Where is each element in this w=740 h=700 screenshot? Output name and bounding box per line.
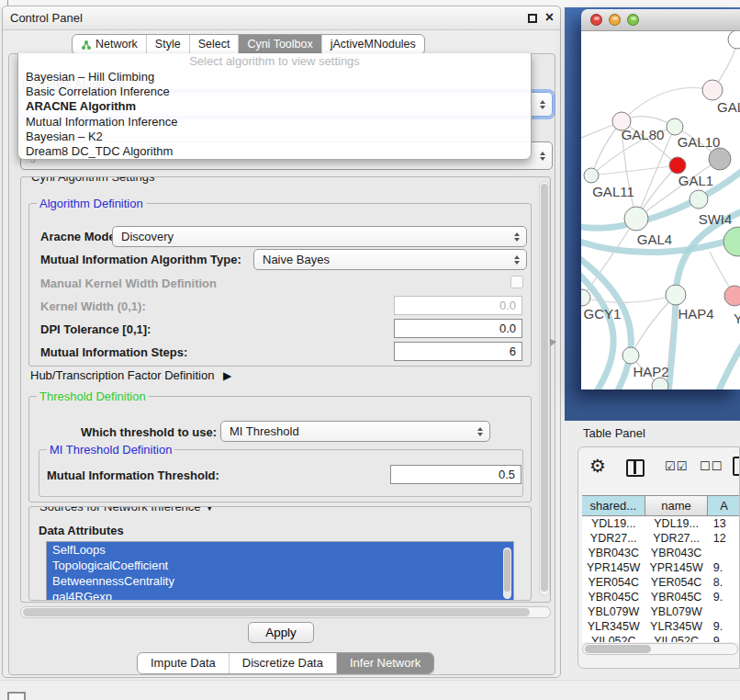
network-node[interactable]	[709, 148, 731, 170]
collapse-icon[interactable]: ▼	[204, 506, 215, 514]
algorithm-option[interactable]: Bayesian – K2	[18, 130, 531, 144]
tab-discretize-data[interactable]: Discretize Data	[229, 653, 336, 673]
which-threshold-combobox[interactable]: MI Threshold	[220, 421, 490, 442]
network-edge[interactable]	[631, 295, 676, 356]
scrollbar-thumb[interactable]	[23, 608, 530, 616]
network-node[interactable]	[581, 289, 590, 306]
split-columns-icon[interactable]	[626, 459, 645, 477]
tab-style[interactable]: Style	[146, 35, 189, 54]
expand-right-icon[interactable]: ▶	[223, 369, 231, 382]
table-cell: YBL079W	[582, 604, 645, 619]
attribute-list-item[interactable]: TopologicalCoefficient	[47, 558, 513, 573]
minimize-traffic-light[interactable]	[609, 14, 621, 26]
network-canvas[interactable]: GALGAL80GAL10GAL1GAL11SWI4GAL4GCY1HAP4YH…	[581, 31, 740, 390]
network-node[interactable]	[624, 207, 648, 231]
table-row[interactable]: YBL079WYBL079W	[582, 604, 740, 619]
settings-vertical-scrollbar[interactable]	[539, 181, 550, 596]
attribute-list-item[interactable]: BetweennessCentrality	[47, 573, 513, 589]
data-attributes-list[interactable]: SelfLoopsTopologicalCoefficientBetweenne…	[46, 541, 514, 601]
combo-arrows-icon	[477, 427, 483, 436]
control-panel-titlebar: Control Panel ×	[3, 6, 560, 30]
minimized-panel-icon[interactable]	[7, 692, 26, 700]
algorithm-option[interactable]: Basic Correlation Inference	[18, 85, 531, 99]
network-node[interactable]	[667, 119, 683, 135]
table-row[interactable]: YBR043CYBR043C	[582, 546, 740, 560]
network-node-label: GAL1	[678, 173, 713, 188]
tab-label: Select	[198, 35, 230, 54]
table-row[interactable]: YIL052CYIL052C9	[582, 634, 740, 642]
control-panel-tabbar: Network Style Select Cyni Toolbox jActiv…	[72, 34, 425, 55]
close-traffic-light[interactable]	[590, 14, 602, 26]
tab-network[interactable]: Network	[73, 35, 146, 54]
column-header-shared-name[interactable]: shared...	[582, 496, 645, 515]
tab-select[interactable]: Select	[189, 35, 239, 54]
mi-steps-field[interactable]: 6	[394, 342, 522, 361]
table-row[interactable]: YER054CYER054C8.	[582, 575, 740, 590]
deselect-all-columns-icon[interactable]: ☐☐	[700, 459, 723, 473]
mi-threshold-field[interactable]: 0.5	[390, 465, 521, 484]
network-edge[interactable]	[591, 165, 678, 175]
scrollbar-thumb[interactable]	[585, 645, 651, 653]
attribute-list-item[interactable]: gal4RGexp	[47, 589, 513, 601]
tab-infer-network[interactable]: Infer Network	[336, 653, 433, 673]
tab-jactivemnodules[interactable]: jActiveMNodules	[321, 35, 424, 54]
settings-group-title: Cyni Algorithm Settings	[28, 176, 157, 184]
algorithm-option[interactable]: Mutual Information Inference	[18, 115, 531, 130]
network-node[interactable]	[584, 168, 599, 183]
screen: Control Panel × Network Style Select Cyn…	[0, 0, 740, 700]
attribute-list-item[interactable]: SelfLoops	[47, 542, 513, 558]
network-edge[interactable]	[622, 88, 712, 121]
network-view-window[interactable]: GALGAL80GAL10GAL1GAL11SWI4GAL4GCY1HAP4YH…	[581, 9, 740, 390]
table-row[interactable]: YBR045CYBR045C9.	[582, 590, 740, 604]
network-node[interactable]	[622, 347, 639, 364]
table-row[interactable]: YDL19...YDL19...13	[582, 516, 740, 531]
column-header-name[interactable]: name	[645, 496, 709, 515]
table-row[interactable]: YDR27...YDR27...12	[582, 531, 740, 546]
network-window-titlebar[interactable]	[581, 9, 740, 31]
tab-label: Network	[95, 35, 138, 54]
mi-algorithm-type-combobox[interactable]: Naive Bayes	[253, 249, 527, 270]
scrollbar-thumb[interactable]	[541, 184, 548, 592]
network-node[interactable]	[702, 80, 723, 100]
kernel-width-field[interactable]: 0.0	[394, 296, 522, 315]
manual-kernel-width-checkbox[interactable]	[510, 276, 523, 288]
scrollbar-thumb[interactable]	[504, 549, 510, 592]
column-header-clipped[interactable]: A	[708, 496, 740, 515]
algorithm-option[interactable]: Dream8 DC_TDC Algorithm	[18, 144, 531, 159]
algorithm-option[interactable]: Bayesian – Hill Climbing	[18, 70, 531, 85]
aracne-mode-combobox[interactable]: Discovery	[112, 226, 527, 247]
hub-factor-section[interactable]: Hub/Transcription Factor Definition ▶	[30, 368, 231, 382]
apply-button[interactable]: Apply	[248, 622, 314, 643]
table-cell: YLR345W	[582, 619, 645, 634]
gear-icon[interactable]: ⚙	[589, 455, 606, 477]
network-node-label: GAL	[717, 99, 740, 115]
network-node[interactable]	[669, 157, 686, 174]
tab-impute-data[interactable]: Impute Data	[138, 653, 229, 673]
control-panel-window: Control Panel × Network Style Select Cyn…	[2, 6, 561, 678]
algorithm-option[interactable]: ARACNE Algorithm	[18, 99, 531, 114]
float-window-icon[interactable]	[528, 14, 537, 23]
network-icon	[81, 40, 92, 51]
table-row[interactable]: YPR145WYPR145W9.	[582, 560, 740, 575]
tab-cyni-toolbox[interactable]: Cyni Toolbox	[238, 35, 320, 54]
network-node[interactable]	[666, 285, 686, 305]
table-cell: YBR045C	[645, 590, 707, 604]
zoom-traffic-light[interactable]	[627, 14, 639, 26]
table-horizontal-scrollbar[interactable]	[582, 643, 738, 655]
network-node[interactable]	[690, 190, 708, 209]
table-cell: YPR145W	[582, 560, 645, 575]
dpi-tolerance-field[interactable]: 0.0	[394, 319, 522, 338]
table-row[interactable]: YLR345WYLR345W9.	[582, 619, 740, 634]
settings-horizontal-scrollbar[interactable]	[20, 606, 551, 618]
list-vertical-scrollbar[interactable]	[503, 548, 511, 599]
network-node[interactable]	[724, 286, 740, 306]
table-cell: YDR27...	[582, 531, 645, 546]
network-node[interactable]	[723, 227, 740, 256]
export-table-icon[interactable]	[733, 457, 740, 476]
table-cell: YLR345W	[645, 619, 707, 634]
network-node[interactable]	[728, 31, 740, 49]
network-edge[interactable]	[717, 342, 740, 390]
table-cell: 9.	[708, 590, 740, 604]
select-all-columns-icon[interactable]: ☑☑	[665, 459, 688, 473]
close-icon[interactable]: ×	[545, 9, 554, 26]
